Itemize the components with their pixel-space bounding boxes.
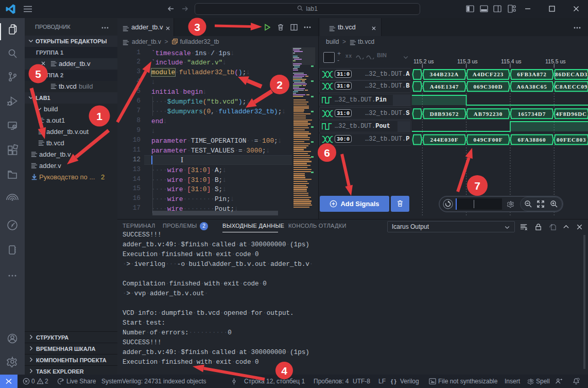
svg-text:2: 2 bbox=[276, 79, 283, 91]
svg-text:7: 7 bbox=[474, 180, 480, 192]
svg-text:6: 6 bbox=[324, 147, 330, 159]
svg-text:4: 4 bbox=[281, 365, 287, 377]
svg-text:3: 3 bbox=[194, 21, 200, 33]
svg-text:1: 1 bbox=[96, 110, 102, 122]
svg-text:5: 5 bbox=[35, 68, 41, 80]
